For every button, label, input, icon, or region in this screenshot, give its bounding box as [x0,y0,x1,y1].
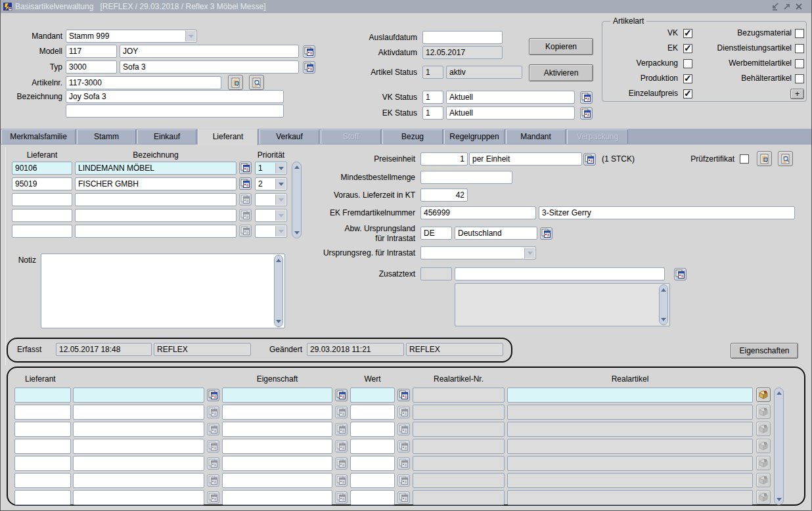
bt-lieferant-nr-field[interactable] [14,456,71,471]
bt-lieferant-nr-field[interactable] [14,490,71,505]
bt-eigenschaft-lookup-button[interactable] [335,389,348,401]
mandant-combobox[interactable]: Stamm 999 [66,30,197,43]
scroll-down-icon[interactable] [775,495,782,504]
vk-status-code-field[interactable]: 1 [422,91,443,104]
bt-realartikel-cube-button[interactable] [756,388,771,402]
scroll-down-icon[interactable] [275,317,282,326]
bt-wert-field[interactable] [350,456,395,471]
lieferant-lookup-button[interactable] [239,177,252,190]
lieferant-nr-field[interactable] [12,225,72,238]
ek-fremdartikel-text-field[interactable]: 3-Sitzer Gerry [539,206,795,219]
ek-status-code-field[interactable]: 1 [422,106,443,120]
ursprungsland-lookup-button[interactable] [540,227,553,240]
bt-lieferant-name-field[interactable] [73,422,204,437]
lieferant-name-field[interactable] [75,209,237,222]
tab-mandant[interactable]: Mandant [506,129,566,144]
modell-code-field[interactable]: 117 [66,45,117,58]
tab-stamm[interactable]: Stamm [77,129,136,144]
lieferant-name-field[interactable] [75,225,237,238]
bt-eigenschaft-field[interactable] [222,490,332,505]
artikelart-plus-button[interactable]: + [790,89,804,99]
lieferant-name-field[interactable]: LINDEMANN MÖBEL [75,162,237,175]
modell-lookup-button[interactable] [303,45,315,58]
notiz-scrollbar[interactable] [274,255,283,327]
preiseinheit-lookup-button[interactable] [583,153,596,166]
ek-status-text-field[interactable]: Aktuell [446,106,575,120]
artikelart-behaelterartikel-checkbox[interactable] [795,74,804,83]
eigenschaften-button[interactable]: Eigenschaften [731,343,798,359]
artikelart-dienstleistungsartikel-checkbox[interactable] [795,44,804,53]
scroll-up-icon[interactable] [275,256,282,265]
zusatztext-lookup-button[interactable] [674,268,687,280]
vk-status-text-field[interactable]: Aktuell [446,91,575,104]
bt-realartikel-field[interactable] [507,388,753,403]
ursprungsland-code-field[interactable]: DE [420,227,452,240]
bottom-table-scrollbar[interactable] [774,388,784,505]
preiseinheit-value-field[interactable]: 1 [420,152,468,166]
bt-eigenschaft-field[interactable] [222,422,332,437]
bt-wert-field[interactable] [350,439,395,454]
prioritaet-dropdown[interactable]: 2 [255,177,287,190]
bt-lieferant-name-field[interactable] [73,405,204,420]
artikelnr-text-edit-button[interactable] [228,75,243,90]
preiseinheit-unit-field[interactable]: per Einheit [469,152,582,166]
tab-verkauf[interactable]: Verkauf [259,129,319,144]
bt-eigenschaft-field[interactable] [222,456,332,471]
artikelnr-search-button[interactable] [249,75,264,90]
bt-lieferant-nr-field[interactable] [14,439,71,454]
artikelart-werbemittelartikel-checkbox[interactable] [795,59,804,68]
mindestbestellmenge-field[interactable] [420,171,512,184]
bt-wert-field[interactable] [350,405,395,420]
pruefzertifikat-search-button[interactable] [778,151,793,166]
bt-wert-lookup-button[interactable] [397,389,410,401]
typ-code-field[interactable]: 3000 [66,60,117,74]
zusatztext-field[interactable] [455,267,665,280]
artikelart-bezugsmaterial-checkbox[interactable] [795,29,804,38]
lieferant-nr-field[interactable]: 95019 [12,177,72,190]
typ-name-field[interactable]: Sofa 3 [120,60,299,74]
tab-merkmalsfamilie[interactable]: Merkmalsfamilie [1,129,76,144]
bt-lieferant-name-field[interactable] [73,439,204,454]
bt-lieferant-name-field[interactable] [73,473,204,488]
ek-fremdartikelnummer-field[interactable]: 456999 [420,206,536,219]
ek-status-lookup-button[interactable] [580,107,593,120]
artikelnr-field[interactable]: 117-3000 [66,76,221,89]
bt-lieferant-nr-field[interactable] [14,405,71,420]
lieferant-lookup-button[interactable] [239,162,252,174]
lieferant-nr-field[interactable] [12,209,72,222]
lieferant-name-field[interactable] [75,193,237,206]
title-bar[interactable]: Basisartikelverwaltung [REFLEX / 29.03.2… [1,0,811,13]
bt-lieferant-nr-field[interactable] [14,388,71,403]
bt-wert-field[interactable] [350,388,395,403]
tab-einkauf[interactable]: Einkauf [137,129,196,144]
lieferant-nr-field[interactable]: 90106 [12,162,72,175]
scroll-up-icon[interactable] [775,389,782,397]
notiz-textarea[interactable] [41,254,285,328]
bt-wert-field[interactable] [350,422,395,437]
modell-name-field[interactable]: JOY [120,45,299,58]
bt-eigenschaft-field[interactable] [222,405,332,420]
artikelart-einzelaufpreis-checkbox[interactable] [683,89,692,99]
bt-wert-field[interactable] [350,490,395,505]
maximize-icon[interactable] [782,2,792,11]
pruefzertifikat-text-edit-button[interactable] [757,151,772,166]
lieferzeit-field[interactable]: 42 [420,189,468,202]
bt-lieferant-name-field[interactable] [73,388,204,403]
prioritaet-dropdown[interactable]: 1 [255,162,287,175]
tab-regelgruppen[interactable]: Regelgruppen [444,129,505,144]
bt-eigenschaft-field[interactable] [222,388,332,403]
tab-lieferant[interactable]: Lieferant [198,129,258,145]
bt-eigenschaft-field[interactable] [222,473,332,488]
bt-lieferant-nr-field[interactable] [14,422,71,437]
bt-wert-field[interactable] [350,473,395,488]
bt-lieferant-nr-field[interactable] [14,473,71,488]
lieferant-name-field[interactable]: FISCHER GMBH [75,177,237,190]
pruefzertifikat-checkbox[interactable] [740,154,749,164]
lieferant-nr-field[interactable] [12,193,72,206]
close-icon[interactable] [794,2,803,11]
typ-lookup-button[interactable] [303,61,315,74]
bt-eigenschaft-field[interactable] [222,439,332,454]
bt-lieferant-name-field[interactable] [73,490,204,505]
tab-bezug[interactable]: Bezug [382,129,443,144]
bt-lieferant-lookup-button[interactable] [207,389,219,401]
